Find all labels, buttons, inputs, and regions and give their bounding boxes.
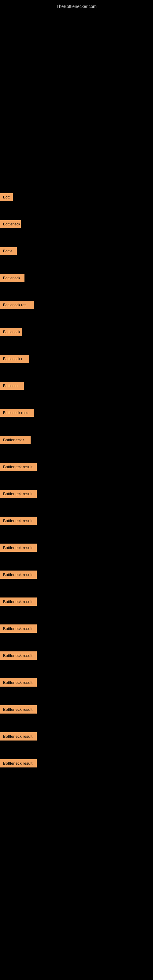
bottleneck-result-label[interactable]: Bottleneck result — [0, 732, 37, 740]
bottleneck-result-label[interactable]: Bottleneck result — [0, 544, 37, 552]
bottleneck-result-label[interactable]: Bottleneck resu — [0, 409, 34, 417]
bottleneck-result-label[interactable]: Bottle — [0, 247, 17, 255]
bottleneck-result-label[interactable]: Bottleneck result — [0, 598, 37, 606]
list-item: Bottleneck result — [0, 615, 153, 642]
list-item: Bott — [0, 184, 153, 211]
list-item: Bottleneck result — [0, 642, 153, 669]
bottleneck-result-label[interactable]: Bottleneck res — [0, 301, 33, 309]
list-item: Bottleneck result — [0, 588, 153, 615]
list-item: Bottleneck result — [0, 669, 153, 696]
bottleneck-result-label[interactable]: Bottleneck result — [0, 651, 37, 660]
list-item: Bottleneck result — [0, 534, 153, 561]
bottleneck-result-label[interactable]: Bottleneck result — [0, 705, 37, 714]
list-item: Bottleneck result — [0, 750, 153, 776]
list-item: Bottleneck result — [0, 723, 153, 750]
bottleneck-result-label[interactable]: Bottleneck result — [0, 517, 37, 525]
list-item: Bottleneck — [0, 211, 153, 238]
bottleneck-result-label[interactable]: Bottleneck result — [0, 463, 37, 471]
bottleneck-result-label[interactable]: Bottlenec — [0, 382, 24, 390]
list-item: Bottleneck result — [0, 507, 153, 534]
bottleneck-result-label[interactable]: Bottleneck result — [0, 571, 37, 579]
bottleneck-result-label[interactable]: Bott — [0, 193, 13, 201]
list-item: Bottle — [0, 238, 153, 265]
bottleneck-result-label[interactable]: Bottleneck r — [0, 436, 30, 444]
site-title: TheBottlenecker.com — [0, 2, 153, 11]
bottleneck-result-label[interactable]: Bottleneck result — [0, 624, 37, 633]
bottleneck-items-container: BottBottleneckBottleBottleneckBottleneck… — [0, 184, 153, 776]
list-item: Bottleneck result — [0, 480, 153, 507]
list-item: Bottleneck result — [0, 696, 153, 723]
bottleneck-result-label[interactable]: Bottleneck result — [0, 678, 37, 687]
bottleneck-result-label[interactable]: Bottleneck result — [0, 759, 37, 767]
bottleneck-result-label[interactable]: Bottleneck result — [0, 490, 37, 498]
bottleneck-result-label[interactable]: Bottleneck r — [0, 355, 29, 363]
list-item: Bottleneck res — [0, 291, 153, 318]
list-item: Bottlenec — [0, 372, 153, 399]
list-item: Bottleneck resu — [0, 399, 153, 426]
list-item: Bottleneck result — [0, 453, 153, 480]
bottleneck-result-label[interactable]: Bottleneck — [0, 274, 24, 282]
bottleneck-result-label[interactable]: Bottleneck — [0, 328, 22, 336]
list-item: Bottleneck result — [0, 561, 153, 588]
list-item: Bottleneck r — [0, 426, 153, 453]
list-item: Bottleneck — [0, 265, 153, 291]
list-item: Bottleneck — [0, 318, 153, 345]
bottleneck-result-label[interactable]: Bottleneck — [0, 220, 21, 228]
list-item: Bottleneck r — [0, 345, 153, 372]
